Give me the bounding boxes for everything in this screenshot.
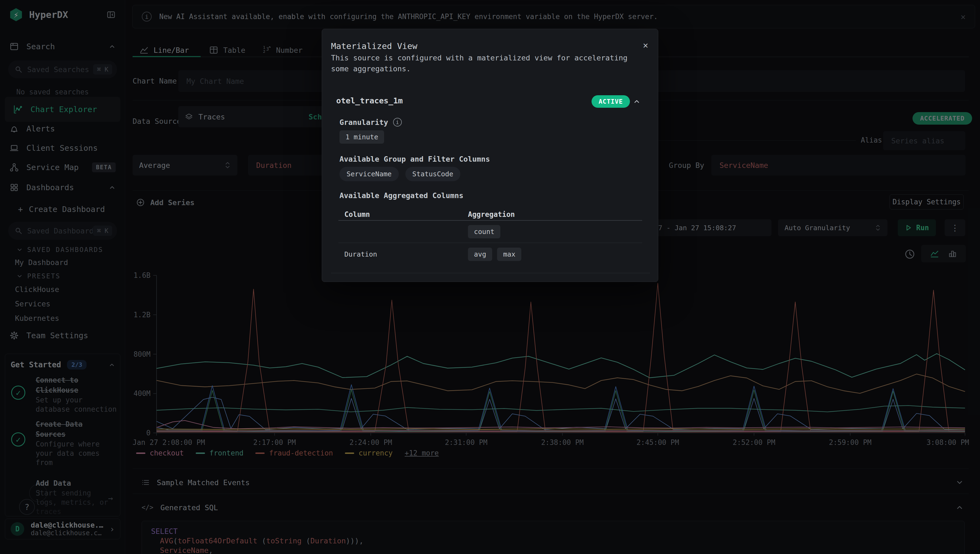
granularity-row: Granularity i <box>339 118 402 127</box>
modal-title: Materialized View <box>331 41 417 51</box>
aggregation-chip: max <box>497 248 521 261</box>
active-status-badge: ACTIVE <box>591 95 630 108</box>
column-chip: ServiceName <box>339 167 399 181</box>
column-chip: StatusCode <box>405 167 461 181</box>
table-header-row: Column Aggregation <box>338 209 642 221</box>
table-row: Duration avg max <box>338 243 642 265</box>
modal-bottom-divider <box>331 273 650 273</box>
chevron-up-icon[interactable] <box>633 98 641 105</box>
granularity-chip: 1 minute <box>339 131 384 144</box>
aggregated-columns-table: Column Aggregation count Duration avg ma… <box>338 209 642 265</box>
view-name: otel_traces_1m <box>336 96 403 105</box>
aggregation-header: Aggregation <box>468 210 515 218</box>
hyperdx-app: ⚡ HyperDX Search ⌘ K No saved searches C… <box>0 0 980 554</box>
column-cell: Duration <box>338 250 468 258</box>
aggregation-chip: avg <box>468 248 492 261</box>
modal-close-icon[interactable]: ✕ <box>643 40 648 50</box>
group-filter-columns-label: Available Group and Filter Columns <box>339 155 490 163</box>
aggregated-columns-label: Available Aggregated Columns <box>339 191 463 200</box>
column-header: Column <box>338 210 468 218</box>
info-icon[interactable]: i <box>393 118 402 127</box>
aggregation-chip: count <box>468 225 500 238</box>
materialized-view-modal: Materialized View ✕ This source is confi… <box>322 29 658 282</box>
table-row: count <box>338 221 642 243</box>
group-filter-chips: ServiceName StatusCode <box>339 167 461 181</box>
modal-description: This source is configured with a materia… <box>331 53 644 74</box>
